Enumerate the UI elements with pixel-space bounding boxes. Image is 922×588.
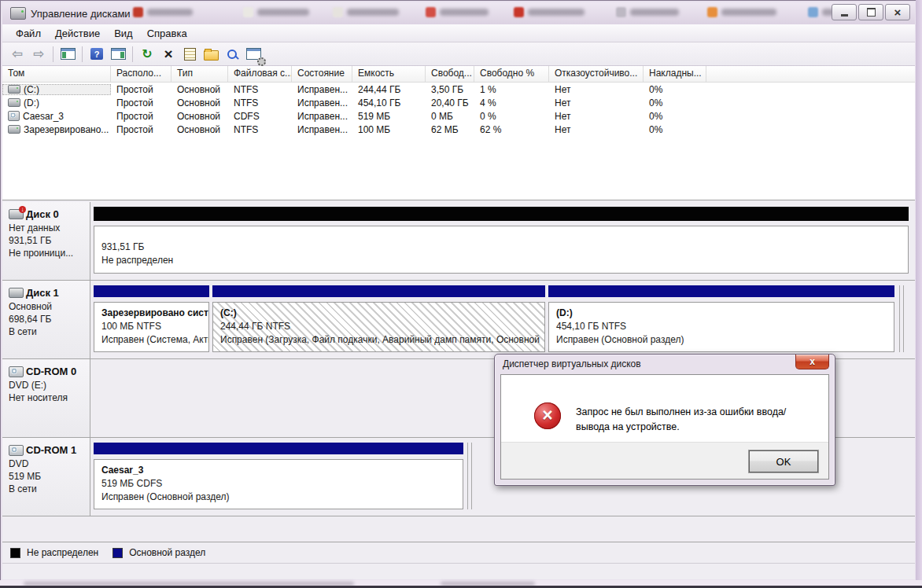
disk1-info[interactable]: Диск 1 Основной 698,64 ГБ В сети [2, 281, 90, 358]
column-header-fault-tolerance[interactable]: Отказоустойчиво... [549, 66, 644, 82]
disk-row-1: Диск 1 Основной 698,64 ГБ В сети Зарезер… [2, 281, 915, 359]
table-row-volume-d[interactable]: (D:) Простой Основной NTFS Исправен... 4… [2, 96, 915, 109]
column-header-free[interactable]: Свобод... [426, 66, 474, 82]
gear-icon [257, 57, 266, 66]
cdrom-icon [9, 366, 24, 377]
partition-c-selected[interactable]: (C:) 244,44 ГБ NTFS Исправен (Загрузка, … [212, 285, 545, 352]
disk-track-end [899, 285, 904, 352]
window-controls: × [832, 4, 910, 20]
close-button[interactable]: × [885, 4, 910, 20]
desktop: Управление дисками × [0, 0, 922, 588]
close-icon: × [894, 6, 902, 18]
back-button[interactable]: ⇦ [7, 45, 28, 64]
blurred-taskbar-tab[interactable] [616, 5, 679, 20]
properties-button[interactable] [179, 45, 200, 64]
blurred-taskbar-tab[interactable] [426, 5, 489, 20]
disk-icon [8, 98, 20, 107]
minimize-button[interactable] [832, 4, 857, 20]
menu-help[interactable]: Справка [140, 26, 194, 41]
forward-button[interactable]: ⇨ [28, 45, 49, 64]
column-header-layout[interactable]: Располо... [111, 66, 171, 82]
primary-partition-strip [548, 285, 894, 297]
ok-button[interactable]: OK [749, 450, 818, 472]
properties-icon [184, 48, 196, 61]
cdrom-icon [9, 445, 24, 456]
partition-d[interactable]: (D:) 454,10 ГБ NTFS Исправен (Основной р… [548, 285, 894, 352]
column-header-volume[interactable]: Том [2, 66, 111, 82]
toolbar: ⇦ ⇨ ? ↻ × [2, 42, 915, 66]
disk-row-0: Диск 0 Нет данных 931,51 ГБ Не проиници.… [2, 202, 915, 281]
menu-bar: Файл Действие Вид Справка [2, 24, 915, 42]
forward-arrow-icon: ⇨ [33, 47, 44, 61]
dialog-title[interactable]: Диспетчер виртуальных дисков [503, 358, 641, 369]
blurred-taskbar-tab[interactable] [707, 5, 776, 20]
column-header-status[interactable]: Состояние [292, 66, 352, 82]
column-header-overhead[interactable]: Накладны... [644, 66, 706, 82]
cdrom1-info[interactable]: CD-ROM 1 DVD 519 МБ В сети [2, 438, 90, 516]
magnifier-icon [227, 50, 237, 59]
delete-button[interactable]: × [158, 45, 179, 64]
disk1-graph: Зарезервировано систе 100 МБ NTFS Исправ… [91, 281, 915, 358]
tab-icon [243, 7, 253, 17]
tab-icon [333, 7, 343, 17]
partition-system-reserved[interactable]: Зарезервировано систе 100 МБ NTFS Исправ… [94, 285, 209, 352]
column-header-filesystem[interactable]: Файловая с... [228, 66, 292, 82]
column-header-free-pct[interactable]: Свободно % [474, 66, 549, 82]
error-icon: × [534, 402, 561, 429]
disk-icon [8, 125, 20, 134]
legend-label: Основной раздел [129, 547, 205, 558]
legend-swatch-unallocated [10, 548, 20, 558]
close-icon: x [810, 356, 815, 367]
menu-file[interactable]: Файл [9, 26, 48, 41]
tab-icon [133, 7, 143, 17]
virtual-disk-manager-dialog: Диспетчер виртуальных дисков x × Запрос … [494, 354, 835, 486]
unallocated-strip [94, 207, 909, 221]
maximize-button[interactable] [858, 4, 883, 20]
open-button[interactable] [201, 45, 221, 64]
disk-track-end [467, 443, 472, 509]
menu-view[interactable]: Вид [107, 26, 140, 41]
desktop-edge-right [916, 0, 922, 588]
blurred-taskbar-tab[interactable] [514, 5, 585, 20]
tab-icon [808, 7, 818, 17]
manage-button[interactable] [243, 45, 264, 64]
refresh-icon: ↻ [142, 48, 152, 61]
tab-icon [707, 7, 717, 17]
show-console-tree-button[interactable] [57, 45, 78, 64]
column-header-capacity[interactable]: Емкость [352, 66, 426, 82]
disk-management-window: Управление дисками × [0, 0, 917, 582]
maximize-icon [867, 8, 876, 17]
toolbar-separator [53, 46, 53, 62]
tab-icon [514, 7, 524, 17]
blurred-taskbar-tab[interactable] [133, 5, 193, 20]
table-row-volume-c[interactable]: (C:) Простой Основной NTFS Исправен... 2… [2, 83, 915, 96]
find-button[interactable] [222, 45, 242, 64]
disk0-graph: 931,51 ГБ Не распределен [91, 202, 915, 280]
cdrom0-info[interactable]: CD-ROM 0 DVD (E:) Нет носителя [2, 359, 90, 437]
toolbar-separator [82, 46, 83, 62]
refresh-button[interactable]: ↻ [137, 45, 157, 64]
blurred-taskbar-tab[interactable] [243, 5, 309, 20]
console-tree-icon [61, 48, 76, 60]
show-action-pane-button[interactable] [108, 45, 128, 64]
table-row-volume-reserved[interactable]: Зарезервировано... Простой Основной NTFS… [2, 123, 915, 136]
cd-drive-icon [8, 111, 20, 121]
dialog-message: Запрос не был выполнен из-за ошибки ввод… [576, 405, 812, 435]
menu-action[interactable]: Действие [48, 26, 107, 41]
disk-icon [8, 85, 20, 94]
open-folder-icon [204, 50, 219, 61]
window-title: Управление дисками [31, 8, 131, 20]
column-header-type[interactable]: Тип [171, 66, 228, 82]
hdd-error-icon [9, 209, 24, 219]
dialog-body: × Запрос не был выполнен из-за ошибки вв… [500, 374, 829, 480]
blurred-taskbar-tab[interactable] [333, 5, 399, 20]
partition-unallocated[interactable]: 931,51 ГБ Не распределен [94, 207, 909, 274]
legend-bar: Не распределен Основной раздел [2, 542, 915, 564]
action-pane-icon [111, 48, 126, 60]
disk0-info[interactable]: Диск 0 Нет данных 931,51 ГБ Не проиници.… [2, 202, 90, 280]
table-row-volume-caesar3[interactable]: Caesar_3 Простой Основной CDFS Исправен.… [2, 109, 915, 123]
dialog-close-button[interactable]: x [795, 355, 829, 369]
help-button[interactable]: ? [87, 45, 107, 64]
primary-partition-strip [94, 443, 463, 454]
partition-caesar3[interactable]: Caesar_3 519 МБ CDFS Исправен (Основной … [94, 443, 463, 509]
